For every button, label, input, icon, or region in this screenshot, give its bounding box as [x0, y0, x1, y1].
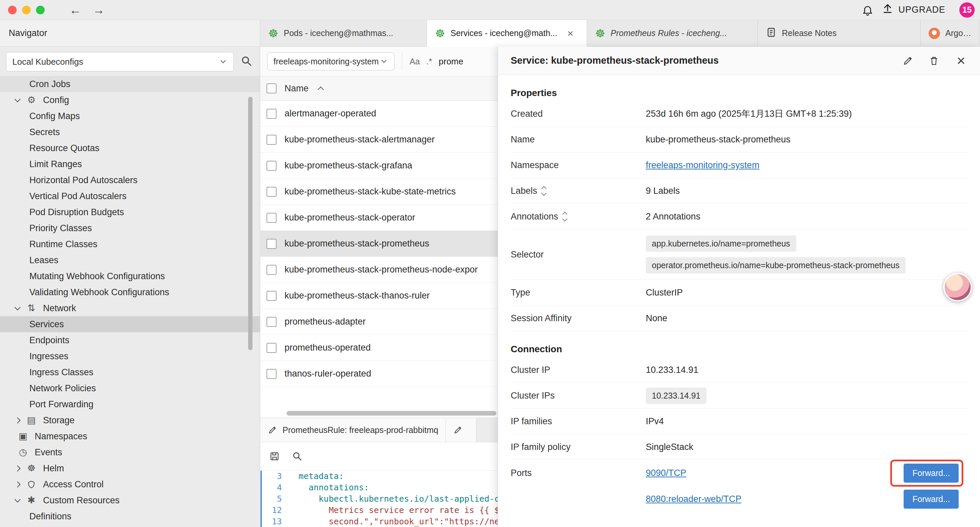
upgrade-button[interactable]: UPGRADE [880, 2, 947, 18]
row-checkbox[interactable] [267, 265, 277, 275]
trash-icon[interactable] [929, 56, 939, 66]
sidebar-item-custom-resources[interactable]: ✱Custom Resources [0, 492, 260, 508]
port-link[interactable]: 8080:reloader-web/TCP [646, 494, 741, 504]
detail-row-cluster-ips: Cluster IPs 10.233.14.91 [511, 383, 967, 409]
kubeconfig-select[interactable]: Local Kubeconfigs [6, 52, 234, 72]
sidebar-item-horizontal-pod-autoscalers[interactable]: Horizontal Pod Autoscalers [0, 172, 260, 188]
sidebar-item-cron-jobs[interactable]: Cron Jobs [0, 76, 260, 92]
table-row[interactable]: kube-prometheus-stack-grafana [261, 153, 498, 179]
row-checkbox[interactable] [267, 369, 277, 379]
sidebar-scrollbar[interactable] [248, 97, 253, 350]
table-search[interactable]: Aa .* prome [402, 53, 463, 70]
table-row[interactable]: kube-prometheus-stack-thanos-ruler [261, 283, 498, 309]
sidebar-item-secrets[interactable]: Secrets [0, 124, 260, 140]
namespace-select[interactable]: freeleaps-monitoring-system [267, 53, 395, 70]
bell-icon[interactable] [862, 4, 873, 16]
sidebar-item-validating-webhook-configurations[interactable]: Validating Webhook Configurations [0, 284, 260, 300]
search-icon[interactable] [292, 451, 302, 462]
labels-count[interactable]: 9 Labels [646, 186, 680, 196]
select-all-checkbox[interactable] [267, 83, 277, 93]
close-tab-icon[interactable]: × [567, 28, 573, 39]
close-icon[interactable]: × [955, 53, 967, 68]
row-checkbox[interactable] [267, 135, 277, 145]
search-icon[interactable] [240, 55, 253, 68]
sidebar-item-runtime-classes[interactable]: Runtime Classes [0, 236, 260, 252]
maximize-window-button[interactable] [36, 6, 45, 14]
row-checkbox[interactable] [267, 213, 277, 223]
sidebar-item-network[interactable]: ⇅Network [0, 300, 260, 316]
minimize-window-button[interactable] [22, 6, 31, 14]
row-checkbox[interactable] [267, 187, 277, 197]
sidebar-item-events[interactable]: ◷Events [0, 444, 260, 460]
table-row[interactable]: alertmanager-operated [261, 101, 498, 127]
kubernetes-icon: ☸ [435, 28, 445, 39]
tab-release-notes[interactable]: Release Notes [758, 20, 921, 47]
sidebar-item-endpoints[interactable]: Endpoints [0, 332, 260, 348]
dock-tab-partial[interactable] [446, 418, 476, 442]
yaml-editor[interactable]: 3 metadata: 4 annotations: 5 kubectl.kub… [261, 471, 498, 527]
horizontal-scrollbar[interactable] [286, 411, 496, 416]
section-title-connection: Connection [511, 344, 967, 355]
expander-icon[interactable] [542, 187, 546, 195]
regex-toggle[interactable]: .* [426, 57, 432, 66]
user-avatar[interactable] [943, 273, 972, 301]
sidebar-item-priority-classes[interactable]: Priority Classes [0, 220, 260, 236]
sidebar-item-config[interactable]: ⚙Config [0, 92, 260, 108]
row-checkbox[interactable] [267, 343, 277, 353]
forward-button[interactable]: Forward... [904, 463, 959, 482]
sidebar-item-storage[interactable]: ▤Storage [0, 412, 260, 428]
dock-tab-prometheusrule[interactable]: PrometheusRule: freeleaps-prod-rabbitmq [261, 418, 446, 442]
sidebar-item-resource-quotas[interactable]: Resource Quotas [0, 140, 260, 156]
sidebar-item-services[interactable]: Services [0, 316, 260, 332]
sidebar-item-mutating-webhook-configurations[interactable]: Mutating Webhook Configurations [0, 268, 260, 284]
annotations-count[interactable]: 2 Annotations [646, 212, 700, 222]
row-checkbox[interactable] [267, 109, 277, 119]
session-affinity-value: None [646, 313, 667, 323]
sort-ascending-icon[interactable] [318, 86, 323, 92]
table-row[interactable]: kube-prometheus-stack-alertmanager [261, 127, 498, 153]
search-query[interactable]: prome [439, 56, 463, 67]
notification-badge[interactable]: 15 [959, 2, 975, 18]
sidebar-item-namespaces[interactable]: ▣Namespaces [0, 428, 260, 444]
forward-arrow-icon[interactable]: → [90, 4, 107, 16]
expander-icon[interactable] [563, 212, 567, 221]
sidebar-item-config-maps[interactable]: Config Maps [0, 108, 260, 124]
tab-argo[interactable]: Argo Se [921, 20, 980, 47]
name-value: kube-prometheus-stack-prometheus [646, 134, 791, 145]
table-row[interactable]: thanos-ruler-operated [261, 361, 498, 387]
sidebar-item-limit-ranges[interactable]: Limit Ranges [0, 156, 260, 172]
tab-prometheus-rules[interactable]: ☸ Prometheus Rules - icecheng... [587, 20, 758, 47]
sidebar-item-ingresses[interactable]: Ingresses [0, 348, 260, 364]
match-case-toggle[interactable]: Aa [410, 57, 420, 66]
drawer-body: Properties Created 253d 16h 6m ago (2025… [498, 75, 980, 527]
table-row[interactable]: prometheus-operated [261, 335, 498, 361]
back-arrow-icon[interactable]: ← [67, 4, 84, 16]
sidebar-item-helm[interactable]: ☸Helm [0, 460, 260, 476]
sidebar-item-ingress-classes[interactable]: Ingress Classes [0, 364, 260, 380]
table-row[interactable]: prometheus-adapter [261, 309, 498, 335]
row-checkbox[interactable] [267, 161, 277, 171]
tab-pods[interactable]: ☸ Pods - icecheng@mathmas... [260, 20, 427, 47]
sidebar-item-port-forwarding[interactable]: Port Forwarding [0, 396, 260, 412]
table-row-selected[interactable]: kube-prometheus-stack-prometheus [261, 231, 498, 257]
port-link[interactable]: 9090/TCP [646, 468, 686, 478]
name-column-header[interactable]: Name [285, 83, 309, 94]
table-row[interactable]: kube-prometheus-stack-operator [261, 205, 498, 231]
close-window-button[interactable] [8, 6, 17, 14]
tab-services[interactable]: ☸ Services - icecheng@math... × [427, 20, 587, 47]
sidebar-item-vertical-pod-autoscalers[interactable]: Vertical Pod Autoscalers [0, 188, 260, 204]
table-row[interactable]: kube-prometheus-stack-prometheus-node-ex… [261, 257, 498, 283]
table-row[interactable]: kube-prometheus-stack-kube-state-metrics [261, 179, 498, 205]
sidebar-item-access-control[interactable]: Access Control [0, 476, 260, 492]
edit-pencil-icon[interactable] [903, 56, 913, 66]
sidebar-item-definitions[interactable]: Definitions [0, 508, 260, 524]
namespace-link[interactable]: freeleaps-monitoring-system [646, 160, 759, 170]
row-checkbox[interactable] [267, 239, 277, 249]
row-checkbox[interactable] [267, 317, 277, 327]
sidebar-item-leases[interactable]: Leases [0, 252, 260, 268]
row-checkbox[interactable] [267, 291, 277, 301]
sidebar-item-network-policies[interactable]: Network Policies [0, 380, 260, 396]
save-icon[interactable] [269, 451, 280, 462]
forward-button[interactable]: Forward... [904, 490, 959, 509]
sidebar-item-pod-disruption-budgets[interactable]: Pod Disruption Budgets [0, 204, 260, 220]
